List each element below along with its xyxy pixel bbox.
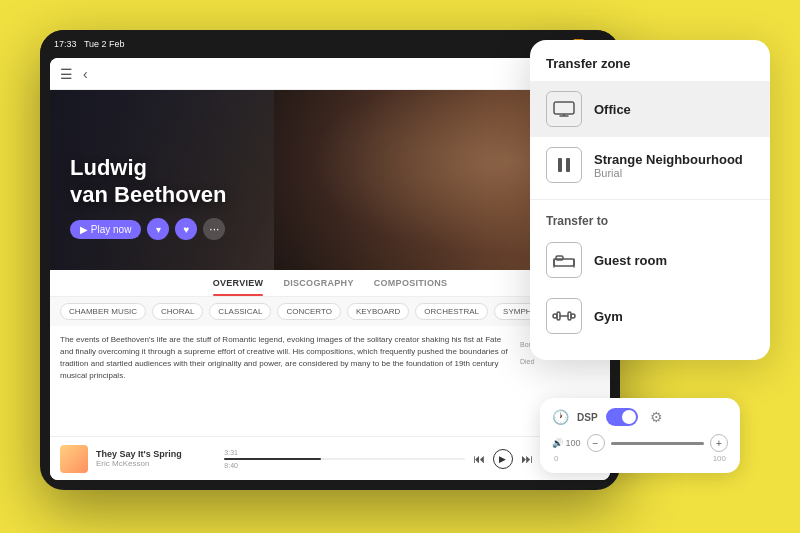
genre-chamber[interactable]: CHAMBER MUSIC xyxy=(60,303,146,320)
album-art xyxy=(60,445,88,473)
progress-fill xyxy=(224,458,320,460)
transfer-item-office[interactable]: Office xyxy=(530,81,770,137)
progress-bar[interactable] xyxy=(224,458,465,460)
hero-buttons: ▶ Play now ▾ ♥ ··· xyxy=(70,218,227,240)
progress-area: 3:31 8:40 xyxy=(224,449,465,469)
transfer-popup: Transfer zone Office Strange Neighbourho… xyxy=(530,40,770,360)
heart-button[interactable]: ♥ xyxy=(175,218,197,240)
menu-icon[interactable]: ☰ xyxy=(60,66,73,82)
tab-compositions[interactable]: COMPOSITIONS xyxy=(374,278,448,292)
dsp-toggle[interactable] xyxy=(606,408,638,426)
app-header: ☰ ‹ xyxy=(50,58,610,90)
genre-orchestral[interactable]: ORCHESTRAL xyxy=(415,303,488,320)
genre-tags: CHAMBER MUSIC CHORAL CLASSICAL CONCERTO … xyxy=(50,297,610,326)
slider-min: 0 xyxy=(554,454,558,463)
svg-rect-4 xyxy=(566,158,570,172)
guest-info: Guest room xyxy=(594,253,667,268)
play-now-button[interactable]: ▶ Play now xyxy=(70,220,141,239)
audio-top-row: 🕐 DSP ⚙ xyxy=(552,408,728,426)
now-playing-bar: They Say It's Spring Eric McKesson 3:31 … xyxy=(50,436,610,480)
ipad-screen: ☰ ‹ Ludwig van Beethoven ▶ Play now ▾ ♥ … xyxy=(50,58,610,480)
time-total: 8:40 xyxy=(224,462,238,469)
popup-divider xyxy=(530,199,770,200)
office-icon xyxy=(546,91,582,127)
bio-text: The events of Beethoven's life are the s… xyxy=(60,334,510,382)
volume-up-button[interactable]: + xyxy=(710,434,728,452)
volume-slider[interactable] xyxy=(611,442,704,445)
track-info: They Say It's Spring Eric McKesson xyxy=(96,449,216,468)
genre-concerto[interactable]: CONCERTO xyxy=(277,303,341,320)
genre-keyboard[interactable]: KEYBOARD xyxy=(347,303,409,320)
dsp-label: DSP xyxy=(577,412,598,423)
volume-down-button[interactable]: − xyxy=(587,434,605,452)
bed-icon xyxy=(546,242,582,278)
more-button[interactable]: ··· xyxy=(203,218,225,240)
gym-name: Gym xyxy=(594,309,623,324)
office-info: Office xyxy=(594,102,631,117)
pause-icon xyxy=(546,147,582,183)
svg-rect-6 xyxy=(556,256,563,260)
artist-name: Ludwig van Beethoven xyxy=(70,155,227,208)
hero-section: Ludwig van Beethoven ▶ Play now ▾ ♥ ··· xyxy=(50,90,610,270)
back-icon[interactable]: ‹ xyxy=(83,66,88,82)
strange-info: Strange Neighbourhood Burial xyxy=(594,152,743,179)
guest-name: Guest room xyxy=(594,253,667,268)
transfer-item-gym[interactable]: Gym xyxy=(530,288,770,344)
skip-back-button[interactable]: ⏮ xyxy=(473,452,485,466)
genre-choral[interactable]: CHORAL xyxy=(152,303,203,320)
slider-max: 100 xyxy=(713,454,726,463)
transfer-title: Transfer zone xyxy=(530,56,770,81)
gym-info: Gym xyxy=(594,309,623,324)
genre-classical[interactable]: CLASSICAL xyxy=(209,303,271,320)
dropdown-button[interactable]: ▾ xyxy=(147,218,169,240)
transfer-item-guest[interactable]: Guest room xyxy=(530,232,770,288)
hero-text: Ludwig van Beethoven ▶ Play now ▾ ♥ ··· xyxy=(70,155,227,240)
clock-icon: 🕐 xyxy=(552,409,569,425)
slider-range: 0 100 xyxy=(552,454,728,463)
office-name: Office xyxy=(594,102,631,117)
volume-row: 🔊 100 − + xyxy=(552,434,728,452)
gym-icon xyxy=(546,298,582,334)
track-title: They Say It's Spring xyxy=(96,449,216,459)
strange-sub: Burial xyxy=(594,167,743,179)
skip-forward-button[interactable]: ⏭ xyxy=(521,452,533,466)
play-pause-button[interactable]: ▶ xyxy=(493,449,513,469)
volume-fill xyxy=(611,442,704,445)
time-current: 3:31 xyxy=(224,449,238,456)
volume-label: 🔊 100 xyxy=(552,438,581,448)
transfer-item-strange[interactable]: Strange Neighbourhood Burial xyxy=(530,137,770,193)
svg-rect-0 xyxy=(554,102,574,114)
transfer-to-label: Transfer to xyxy=(530,206,770,232)
tab-overview[interactable]: OVERVIEW xyxy=(213,278,264,292)
status-time: 17:33 Tue 2 Feb xyxy=(54,39,125,49)
settings-icon[interactable]: ⚙ xyxy=(650,409,663,425)
tab-bar: OVERVIEW DISCOGRAPHY COMPOSITIONS xyxy=(50,270,610,297)
audio-controls-popup: 🕐 DSP ⚙ 🔊 100 − + 0 100 xyxy=(540,398,740,473)
progress-times: 3:31 xyxy=(224,449,465,456)
content-area: The events of Beethoven's life are the s… xyxy=(50,326,610,390)
track-artist: Eric McKesson xyxy=(96,459,216,468)
svg-rect-3 xyxy=(558,158,562,172)
strange-name: Strange Neighbourhood xyxy=(594,152,743,167)
tab-discography[interactable]: DISCOGRAPHY xyxy=(283,278,353,292)
